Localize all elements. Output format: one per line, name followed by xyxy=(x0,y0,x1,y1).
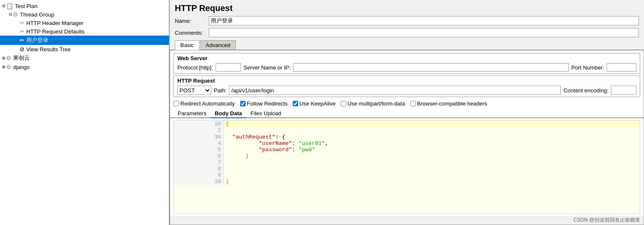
expand-django[interactable]: ⊞ xyxy=(2,65,6,69)
port-input[interactable] xyxy=(607,63,636,72)
code-editor[interactable]: 1⊟ { 2 3⊟ "authRequest": { 4 "userNam xyxy=(174,120,640,214)
tree-item-test-plan[interactable]: ⊟ 📋 Test Plan xyxy=(0,2,169,10)
protocol-input[interactable] xyxy=(216,63,241,72)
line-content-7 xyxy=(224,159,640,166)
line-content-2 xyxy=(224,127,640,133)
tree-item-django[interactable]: ⊞ ⚙ django xyxy=(0,63,169,71)
expand-thread-group[interactable]: ⊟ xyxy=(8,12,13,17)
expand-test-plan[interactable]: ⊟ xyxy=(2,4,6,8)
tree-item-user-login[interactable]: ✏ 用户登录 xyxy=(0,36,169,45)
code-line-1: 1⊟ { xyxy=(174,120,640,127)
code-line-2: 2 xyxy=(174,127,640,133)
line-content-8 xyxy=(224,166,640,172)
tab-basic[interactable]: Basic xyxy=(175,40,199,50)
multipart-checkbox[interactable] xyxy=(341,101,346,106)
test-plan-icon: 📋 xyxy=(6,3,13,9)
use-keepalive-checkbox[interactable] xyxy=(293,101,298,106)
code-line-6: 6 } xyxy=(174,153,640,159)
method-select[interactable]: POST GET PUT DELETE xyxy=(177,86,211,95)
http-defaults-label: HTTP Request Defaults xyxy=(26,28,84,35)
http-defaults-icon: ✂ xyxy=(20,28,25,35)
code-line-8: 8 xyxy=(174,166,640,172)
http-request-section: HTTP Request POST GET PUT DELETE Path: C… xyxy=(174,75,640,97)
sub-tabs-bar: Parameters Body Data Files Upload xyxy=(170,108,644,118)
panel-title: HTTP Request xyxy=(170,0,644,15)
line-content-5: "password": "pwd" xyxy=(224,147,640,153)
redirect-auto-label: Redirect Automatically xyxy=(180,100,235,107)
code-line-7: 7 xyxy=(174,159,640,166)
encoding-input[interactable] xyxy=(611,86,636,95)
web-server-title: Web Server xyxy=(177,55,636,61)
follow-redirects-item: Follow Redirects xyxy=(240,100,288,107)
code-line-3: 3⊟ "authRequest": { xyxy=(174,133,640,140)
web-server-section: Web Server Protocol [http]: Server Name … xyxy=(174,53,640,74)
checkboxes-row: Redirect Automatically Follow Redirects … xyxy=(170,99,644,108)
line-content-4: "userName": "user01", xyxy=(224,140,640,147)
thread-group-label: Thread Group xyxy=(20,11,54,18)
tree-item-thread-group[interactable]: ⊟ ⚙ Thread Group xyxy=(0,10,169,19)
expand-http-header xyxy=(15,21,20,25)
line-num-7: 7 xyxy=(174,159,224,166)
tree-item-guochuang[interactable]: ⊞ ⚙ 果创云 xyxy=(0,53,169,63)
line-content-3: "authRequest": { xyxy=(224,133,640,140)
view-results-label: View Results Tree xyxy=(26,46,71,53)
line-content-1: { xyxy=(224,120,640,127)
http-header-icon: ✂ xyxy=(20,19,25,26)
line-content-10: } xyxy=(224,178,640,185)
expand-user-login xyxy=(15,38,20,42)
line-num-1: 1⊟ xyxy=(174,120,224,127)
tree-item-http-request-defaults[interactable]: ✂ HTTP Request Defaults xyxy=(0,27,169,36)
comments-row: Comments: xyxy=(170,27,644,39)
code-line-10: 10 } xyxy=(174,178,640,185)
use-keepalive-item: Use KeepAlive xyxy=(293,100,336,107)
name-input[interactable] xyxy=(209,16,639,25)
use-keepalive-label: Use KeepAlive xyxy=(300,100,336,107)
user-login-label: 用户登录 xyxy=(26,36,48,44)
line-num-9: 9 xyxy=(174,172,224,178)
line-num-2: 2 xyxy=(174,127,224,133)
follow-redirects-checkbox[interactable] xyxy=(240,101,246,106)
sub-tab-files-upload[interactable]: Files Upload xyxy=(246,109,286,118)
line-num-8: 8 xyxy=(174,166,224,172)
http-header-label: HTTP Header Manager xyxy=(26,20,84,26)
http-request-section-title: HTTP Request xyxy=(177,78,636,84)
line-num-3: 3⊟ xyxy=(174,133,224,140)
encoding-label: Content encoding: xyxy=(563,87,608,94)
line-num-6: 6 xyxy=(174,153,224,159)
expand-guochuang[interactable]: ⊞ xyxy=(2,56,6,60)
content-area: Web Server Protocol [http]: Server Name … xyxy=(170,50,644,225)
name-row: Name: xyxy=(170,15,644,27)
sub-tab-parameters[interactable]: Parameters xyxy=(174,109,210,118)
protocol-label: Protocol [http]: xyxy=(177,64,213,71)
django-icon: ⚙ xyxy=(6,64,11,70)
tree-item-view-results-tree[interactable]: ⊘ View Results Tree xyxy=(0,45,169,53)
sub-tab-body-data[interactable]: Body Data xyxy=(210,109,246,118)
server-row: Protocol [http]: Server Name or IP: Port… xyxy=(177,63,636,72)
follow-redirects-label: Follow Redirects xyxy=(247,100,288,107)
code-line-9: 9 xyxy=(174,172,640,178)
tree-item-http-header-manager[interactable]: ✂ HTTP Header Manager xyxy=(0,19,169,27)
http-method-row: POST GET PUT DELETE Path: Content encodi… xyxy=(177,86,636,95)
path-label: Path: xyxy=(214,87,227,94)
comments-label: Comments: xyxy=(175,30,209,36)
code-line-5: 5 "password": "pwd" xyxy=(174,147,640,153)
code-line-4: 4 "userName": "user01", xyxy=(174,140,640,147)
line-num-5: 5 xyxy=(174,147,224,153)
browser-compat-label: Browser-compatible headers xyxy=(417,100,487,107)
line-content-9 xyxy=(224,172,640,178)
thread-group-icon: ⚙ xyxy=(13,11,18,18)
tree-panel: ⊟ 📋 Test Plan ⊟ ⚙ Thread Group ✂ HTTP He… xyxy=(0,0,170,225)
redirect-auto-checkbox[interactable] xyxy=(174,101,179,106)
server-name-input[interactable] xyxy=(293,63,569,72)
test-plan-label: Test Plan xyxy=(15,3,37,9)
django-label: django xyxy=(13,64,30,70)
line-num-10: 10 xyxy=(174,178,224,185)
tab-advanced[interactable]: Advanced xyxy=(200,40,236,50)
server-name-label: Server Name or IP: xyxy=(244,64,291,71)
comments-input[interactable] xyxy=(209,28,639,37)
expand-http-defaults xyxy=(15,29,20,33)
path-input[interactable] xyxy=(229,86,561,95)
code-table: 1⊟ { 2 3⊟ "authRequest": { 4 "userNam xyxy=(174,120,640,185)
browser-compat-checkbox[interactable] xyxy=(410,101,416,106)
expand-view-results xyxy=(15,47,20,51)
